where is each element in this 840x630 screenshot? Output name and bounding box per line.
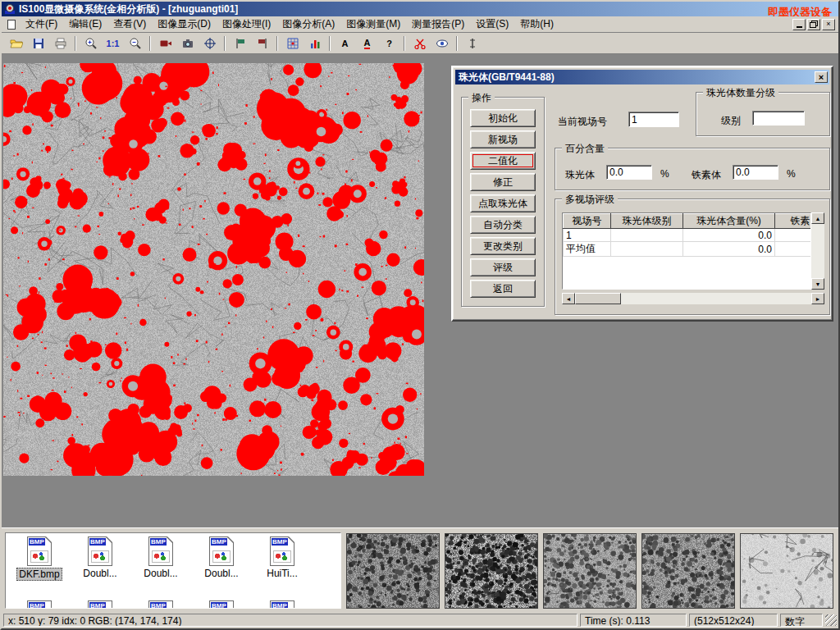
- table-row[interactable]: 1 0.0: [564, 229, 812, 242]
- status-bar: x: 510 y: 79 idx: 0 RGB: (174, 174, 174)…: [2, 612, 838, 628]
- menu-item-image-processing[interactable]: 图像处理(I): [217, 16, 276, 33]
- bmp-file-icon: BMP: [88, 600, 112, 609]
- file-name[interactable]: HuiTi...: [265, 568, 299, 579]
- zoom-out-button[interactable]: [125, 34, 145, 52]
- actual-size-button[interactable]: 1:1: [103, 34, 123, 52]
- file-item-partial[interactable]: BMP: [12, 600, 66, 609]
- thumbnail-strip: [346, 533, 833, 609]
- scrollbar-track[interactable]: [621, 293, 811, 304]
- ferrite-percent-input[interactable]: [733, 165, 778, 180]
- menu-item-file[interactable]: 文件(F): [20, 16, 63, 33]
- current-field-input[interactable]: [628, 112, 679, 127]
- histogram-button[interactable]: [304, 34, 325, 52]
- operation-button-auto-classify[interactable]: 自动分类: [470, 216, 536, 234]
- operation-button-return[interactable]: 返回: [470, 280, 536, 298]
- table-horizontal-scrollbar[interactable]: ◄ ►: [562, 293, 824, 304]
- bmp-badge: BMP: [89, 602, 106, 609]
- menu-item-image-measure[interactable]: 图像测量(M): [340, 16, 406, 33]
- table-header-pearlite-content[interactable]: 珠光体含量(%): [683, 214, 775, 229]
- target-button[interactable]: [199, 34, 220, 52]
- zoom-in-icon: [84, 37, 98, 50]
- gallery-thumbnail[interactable]: [740, 533, 833, 609]
- gallery-thumbnail[interactable]: [641, 533, 735, 609]
- table-header-field-no[interactable]: 视场号: [564, 214, 611, 229]
- scroll-left-button[interactable]: ◄: [562, 293, 575, 304]
- file-item-partial[interactable]: BMP: [255, 600, 309, 609]
- scrollbar-thumb[interactable]: [575, 293, 621, 304]
- table-header-ferrite[interactable]: 铁素: [775, 214, 812, 229]
- resize-grip[interactable]: [825, 614, 837, 626]
- file-item[interactable]: BMP Doubl...: [194, 536, 249, 579]
- gallery-thumbnail[interactable]: [346, 533, 440, 609]
- file-item-partial[interactable]: BMP: [73, 600, 127, 609]
- operation-button-new-field[interactable]: 新视场: [470, 130, 536, 148]
- measure-flag-button[interactable]: [230, 34, 250, 52]
- child-close-button[interactable]: ×: [822, 19, 835, 30]
- dialog-title: 珠光体(GB/T9441-88): [459, 71, 555, 84]
- menu-item-image-analysis[interactable]: 图像分析(A): [276, 16, 340, 33]
- menu-item-view[interactable]: 查看(V): [107, 16, 152, 33]
- operation-button-binarize[interactable]: 二值化: [470, 152, 536, 170]
- annotate-button[interactable]: A: [357, 34, 377, 52]
- table-vertical-scrollbar[interactable]: ▲ ▼: [811, 212, 824, 290]
- pearlite-percent-input[interactable]: [606, 165, 652, 180]
- operation-button-pick-pearlite[interactable]: 点取珠光体: [470, 194, 536, 212]
- grade-input[interactable]: [752, 111, 805, 126]
- pearlite-dialog: 珠光体(GB/T9441-88) × 操作 初始化 新视场 二值化 修正 点取珠…: [451, 66, 833, 322]
- child-window-controls: ×: [792, 19, 837, 30]
- file-item[interactable]: BMP Doubl...: [73, 536, 127, 579]
- bmp-file-icon: BMP: [27, 536, 52, 566]
- operation-button-initialize[interactable]: 初始化: [470, 109, 536, 127]
- gallery-thumbnail[interactable]: [543, 533, 637, 609]
- file-item-partial[interactable]: BMP: [134, 600, 188, 609]
- file-name[interactable]: Doubl...: [203, 568, 240, 579]
- help-icon: ?: [386, 39, 392, 48]
- file-item[interactable]: BMP HuiTi...: [255, 536, 309, 579]
- file-name[interactable]: DKF.bmp: [16, 568, 62, 581]
- child-restore-button[interactable]: [807, 19, 820, 30]
- menu-item-help[interactable]: 帮助(H): [514, 16, 559, 33]
- menu-item-measure-report[interactable]: 测量报告(P): [406, 16, 470, 33]
- dialog-close-button[interactable]: ×: [815, 71, 828, 83]
- child-minimize-button[interactable]: [792, 19, 806, 30]
- text-tool-button[interactable]: A: [335, 34, 355, 52]
- toolbar-separator: [75, 36, 76, 51]
- operation-button-grade[interactable]: 评级: [470, 258, 536, 276]
- current-field-label: 当前视场号: [558, 115, 607, 129]
- scroll-down-button[interactable]: ▼: [811, 278, 824, 290]
- operation-button-correct[interactable]: 修正: [470, 173, 536, 191]
- table-row[interactable]: 平均值 0.0: [564, 242, 812, 257]
- print-button[interactable]: [50, 34, 71, 52]
- open-button[interactable]: [6, 34, 26, 52]
- help-button[interactable]: ?: [379, 34, 399, 52]
- file-name[interactable]: Doubl...: [142, 568, 179, 579]
- thumbnail-art: [273, 550, 291, 563]
- menu-item-edit[interactable]: 编辑(E): [63, 16, 107, 33]
- scroll-right-button[interactable]: ►: [811, 293, 824, 304]
- operation-button-change-class[interactable]: 更改类别: [470, 237, 536, 255]
- grid-measure-button[interactable]: [282, 34, 303, 52]
- cut-button[interactable]: [409, 34, 430, 52]
- save-button[interactable]: [28, 34, 48, 52]
- status-image-size: (512x512x24): [689, 614, 778, 627]
- capture-button[interactable]: [155, 34, 176, 52]
- specimen-image[interactable]: [3, 63, 424, 476]
- zoom-in-button[interactable]: [80, 34, 101, 52]
- table-header-pearlite-grade[interactable]: 珠光体级别: [611, 214, 683, 229]
- caliper-icon: [466, 37, 479, 50]
- gallery-thumbnail[interactable]: [445, 533, 538, 609]
- measure-flag2-button[interactable]: [252, 34, 272, 52]
- file-item[interactable]: BMP DKF.bmp: [12, 536, 66, 581]
- menu-item-settings[interactable]: 设置(S): [470, 16, 514, 33]
- file-item-partial[interactable]: BMP: [194, 600, 249, 609]
- file-item[interactable]: BMP Doubl...: [134, 536, 188, 579]
- child-window-icon[interactable]: [5, 19, 18, 30]
- camera-button[interactable]: [177, 34, 198, 52]
- caliper-button[interactable]: [462, 34, 482, 52]
- eye-button[interactable]: [431, 34, 452, 52]
- bmp-file-icon: BMP: [270, 600, 294, 609]
- cell-field-no: 平均值: [564, 242, 611, 257]
- menu-item-image-display[interactable]: 图像显示(D): [152, 16, 217, 33]
- scroll-up-button[interactable]: ▲: [811, 212, 824, 224]
- file-name[interactable]: Doubl...: [81, 568, 118, 579]
